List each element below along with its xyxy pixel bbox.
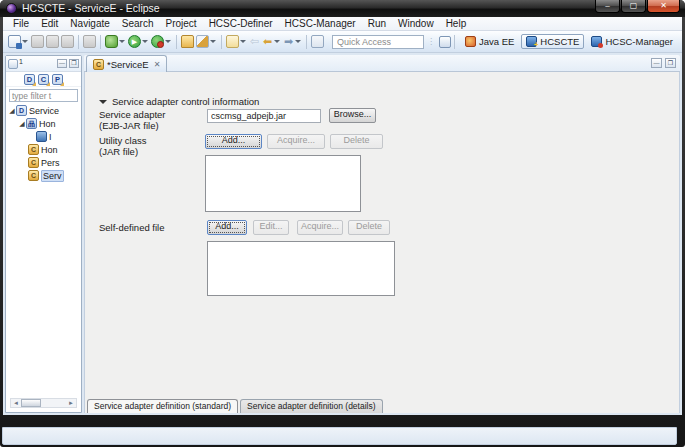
- tab-close-icon[interactable]: ✕: [154, 60, 161, 69]
- editor-tab-servicee[interactable]: C *ServiceE ✕: [86, 55, 167, 72]
- menu-project[interactable]: Project: [160, 17, 203, 30]
- editor-form: Service adapter control information Serv…: [84, 72, 680, 399]
- self-defined-add-button[interactable]: Add...: [207, 220, 247, 235]
- menu-window[interactable]: Window: [392, 17, 440, 30]
- menu-run[interactable]: Run: [362, 17, 392, 30]
- save-all-icon[interactable]: [46, 35, 59, 48]
- next-annotation-dropdown-icon[interactable]: [240, 40, 246, 43]
- back-dropdown-icon[interactable]: [274, 40, 280, 43]
- menu-help[interactable]: Help: [440, 17, 473, 30]
- editor-minimize-icon[interactable]: —: [651, 58, 662, 68]
- menu-edit[interactable]: Edit: [35, 17, 64, 30]
- last-edit-location-icon[interactable]: ⇦: [248, 35, 261, 48]
- utility-acquire-button[interactable]: Acquire...: [267, 134, 325, 149]
- view-minimize-icon[interactable]: —: [57, 59, 67, 68]
- item-icon: [36, 131, 47, 142]
- run-icon[interactable]: ▶: [128, 35, 141, 48]
- open-folder-icon[interactable]: [181, 35, 194, 48]
- toolbar-separator: [454, 35, 455, 49]
- tree-item-service[interactable]: ◢ D Service: [6, 104, 81, 117]
- section-header[interactable]: Service adapter control information: [99, 96, 259, 107]
- eclipse-logo-icon: [6, 3, 17, 14]
- open-perspective-icon[interactable]: [439, 36, 451, 48]
- print-icon[interactable]: [61, 35, 74, 48]
- editor-area: C *ServiceE ✕ — ❒ Service adapter contro…: [84, 55, 680, 413]
- explorer-toolbar: D C P: [6, 72, 81, 87]
- self-defined-delete-button[interactable]: Delete: [348, 220, 390, 235]
- component-icon: C: [93, 59, 104, 70]
- project-icon: D: [16, 105, 27, 116]
- coverage-dropdown-icon[interactable]: [165, 40, 171, 43]
- utility-delete-button[interactable]: Delete: [330, 134, 383, 149]
- expand-caret-icon[interactable]: ◢: [18, 120, 26, 128]
- editor-tab-label: *ServiceE: [107, 59, 149, 70]
- tab-definition-details[interactable]: Service adapter definition (details): [240, 399, 383, 413]
- toolbar-separator: [78, 35, 79, 49]
- menu-search[interactable]: Search: [116, 17, 160, 30]
- perspective-hcsc-manager[interactable]: HCSC-Manager: [586, 34, 678, 49]
- perspective-label: HCSCTE: [540, 36, 579, 47]
- explorer-view-tab-icon[interactable]: [8, 59, 18, 69]
- maximize-button[interactable]: ▢: [621, 0, 646, 13]
- browse-button[interactable]: Browse...: [329, 108, 376, 123]
- perspective-hcscte[interactable]: HCSCTE: [521, 34, 584, 49]
- menu-hcsc-definer[interactable]: HCSC-Definer: [203, 17, 279, 30]
- status-bar: [2, 427, 677, 445]
- view-maximize-icon[interactable]: ❒: [69, 59, 79, 68]
- self-defined-edit-button[interactable]: Edit...: [253, 220, 289, 235]
- new-wizard-dropdown-icon[interactable]: [22, 40, 28, 43]
- component-icon: C: [28, 170, 39, 181]
- new-wizard-icon[interactable]: [8, 35, 21, 48]
- tree-item-label: Hon: [39, 119, 56, 129]
- quick-access-input[interactable]: [332, 35, 424, 49]
- definer-view-button[interactable]: D: [24, 74, 35, 85]
- tree-item-pers[interactable]: C Pers: [6, 156, 81, 169]
- mark-occurrences-icon[interactable]: [196, 35, 209, 48]
- tree-item-hon-parent[interactable]: ◢ 品 Hon: [6, 117, 81, 130]
- expand-caret-icon[interactable]: ◢: [8, 107, 16, 115]
- editor-tabbar: C *ServiceE ✕ — ❒: [84, 55, 680, 72]
- component-view-button[interactable]: C: [38, 74, 49, 85]
- explorer-panel: 1 — ❒ D C P ◢ D Service ◢: [5, 55, 82, 413]
- service-adapter-input[interactable]: [207, 109, 321, 123]
- self-defined-file-list[interactable]: [207, 241, 395, 296]
- tab-definition-standard[interactable]: Service adapter definition (standard): [87, 399, 238, 413]
- tree-item-hon[interactable]: C Hon: [6, 143, 81, 156]
- link-with-editor-icon[interactable]: [311, 35, 324, 48]
- window-controls: – ▢ ✕: [594, 0, 680, 13]
- next-annotation-icon[interactable]: [226, 35, 239, 48]
- run-dropdown-icon[interactable]: [142, 40, 148, 43]
- tree-item-serv[interactable]: C Serv: [6, 169, 81, 182]
- minimize-button[interactable]: –: [595, 0, 620, 13]
- service-adapter-label: Service adapter (EJB-JAR file): [99, 109, 166, 131]
- self-defined-acquire-button[interactable]: Acquire...: [297, 220, 343, 235]
- editor-maximize-icon[interactable]: ❒: [665, 58, 676, 68]
- java-ee-perspective-icon: [465, 36, 476, 47]
- scroll-thumb[interactable]: [21, 399, 41, 407]
- mark-occurrences-dropdown-icon[interactable]: [210, 40, 216, 43]
- utility-add-button[interactable]: Add...: [205, 134, 262, 149]
- close-button[interactable]: ✕: [647, 0, 680, 13]
- coverage-icon[interactable]: [151, 35, 164, 48]
- save-icon[interactable]: [31, 35, 44, 48]
- type-filter-input[interactable]: [9, 89, 78, 102]
- debug-icon[interactable]: [105, 35, 118, 48]
- explorer-hscrollbar[interactable]: ◄ ►: [10, 398, 77, 408]
- menu-hcsc-manager[interactable]: HCSC-Manager: [279, 17, 362, 30]
- scroll-right-icon[interactable]: ►: [66, 400, 76, 406]
- utility-class-list[interactable]: [205, 155, 361, 212]
- scroll-left-icon[interactable]: ◄: [11, 400, 21, 406]
- toolbar-separator: [306, 35, 307, 49]
- back-icon[interactable]: ⬅: [261, 35, 274, 48]
- tree-item-child[interactable]: I: [6, 130, 81, 143]
- menu-navigate[interactable]: Navigate: [64, 17, 115, 30]
- self-defined-file-label: Self-defined file: [99, 222, 164, 233]
- forward-icon[interactable]: ➡: [282, 35, 295, 48]
- process-view-button[interactable]: P: [52, 74, 63, 85]
- forward-dropdown-icon[interactable]: [295, 40, 301, 43]
- refresh-icon[interactable]: [83, 35, 96, 48]
- debug-dropdown-icon[interactable]: [119, 40, 125, 43]
- menu-file[interactable]: File: [7, 17, 35, 30]
- explorer-view-badge: 1: [19, 58, 23, 65]
- perspective-java-ee[interactable]: Java EE: [460, 34, 519, 49]
